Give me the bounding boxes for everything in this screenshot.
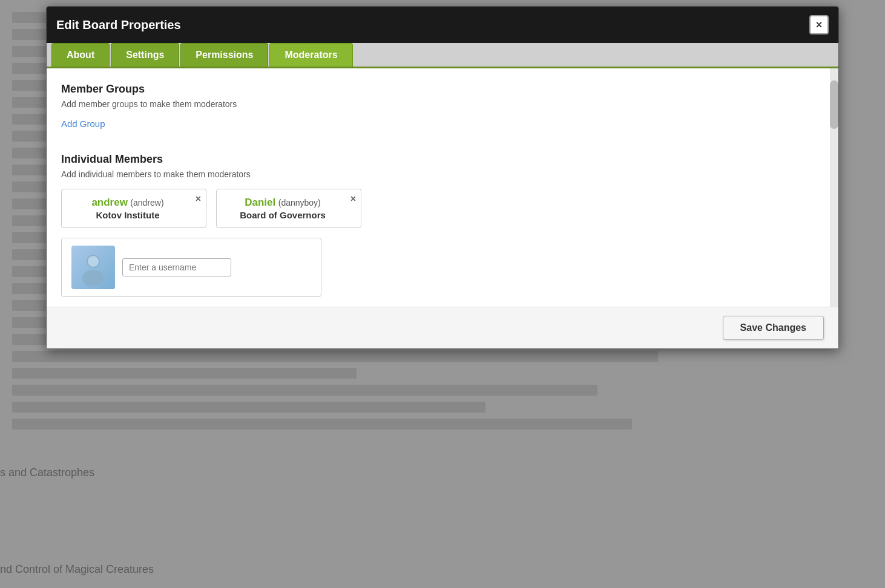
member-group-daniel: Board of Governors <box>240 210 326 220</box>
member-card-andrew: andrew (andrew) Kotov Institute × <box>61 189 206 228</box>
username-input[interactable] <box>122 258 231 276</box>
modal-body: Member Groups Add member groups to make … <box>47 68 838 307</box>
svg-point-1 <box>82 270 104 286</box>
tab-permissions[interactable]: Permissions <box>180 43 268 67</box>
member-cards-row: andrew (andrew) Kotov Institute × Daniel… <box>61 189 824 228</box>
svg-point-2 <box>88 256 99 267</box>
member-card-daniel: Daniel (dannyboy) Board of Governors × <box>216 189 361 228</box>
member-card-daniel-name-row: Daniel (dannyboy) <box>245 197 321 209</box>
modal-close-button[interactable]: × <box>809 15 829 34</box>
avatar-placeholder <box>71 246 115 289</box>
tab-moderators[interactable]: Moderators <box>269 43 352 67</box>
avatar-icon <box>75 249 111 286</box>
modal-footer: Save Changes <box>47 307 838 348</box>
member-group-andrew: Kotov Institute <box>96 210 160 220</box>
scrollbar-track <box>830 68 838 307</box>
remove-member-daniel-button[interactable]: × <box>350 194 356 204</box>
modal-header: Edit Board Properties × <box>47 7 838 43</box>
edit-board-modal: Edit Board Properties × About Settings P… <box>46 6 839 349</box>
member-groups-section: Member Groups Add member groups to make … <box>61 83 824 148</box>
save-changes-button[interactable]: Save Changes <box>723 316 824 340</box>
scrollbar-thumb[interactable] <box>830 80 838 129</box>
member-username-daniel: Daniel <box>245 197 275 208</box>
modal-title: Edit Board Properties <box>56 18 181 32</box>
member-handle-andrew: (andrew) <box>130 198 163 207</box>
remove-member-andrew-button[interactable]: × <box>196 194 201 204</box>
member-card-andrew-name-row: andrew (andrew) <box>91 197 163 209</box>
tab-settings[interactable]: Settings <box>111 43 179 67</box>
member-groups-desc: Add member groups to make them moderator… <box>61 99 824 109</box>
add-member-card <box>61 238 321 297</box>
individual-members-title: Individual Members <box>61 153 824 166</box>
member-groups-title: Member Groups <box>61 83 824 96</box>
member-username-andrew: andrew <box>91 197 128 208</box>
member-handle-daniel: (dannyboy) <box>278 198 321 207</box>
individual-members-desc: Add individual members to make them mode… <box>61 169 824 179</box>
tab-bar: About Settings Permissions Moderators <box>47 43 838 68</box>
add-group-link[interactable]: Add Group <box>61 119 105 129</box>
individual-members-section: Individual Members Add individual member… <box>61 153 824 297</box>
tab-about[interactable]: About <box>51 43 110 67</box>
